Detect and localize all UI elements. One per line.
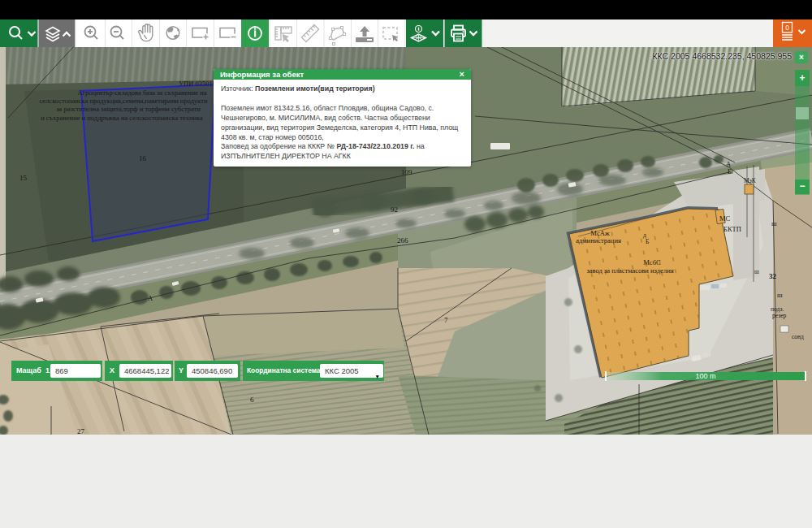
svg-text:за разстителна защита,торф и т: за разстителна защита,торф и торфени суб… [56, 105, 201, 113]
svg-text:администрация: администрация [576, 236, 621, 245]
svg-text:7: 7 [444, 316, 448, 324]
svg-text:резер: резер [772, 312, 786, 319]
svg-text:32: 32 [769, 272, 777, 280]
svg-text:селскостопанска продукция,семе: селскостопанска продукция,семена,пакетир… [39, 97, 208, 105]
svg-text:УПИ 035019: УПИ 035019 [179, 80, 216, 88]
svg-text:27: 27 [77, 427, 85, 435]
svg-text:МС: МС [719, 214, 731, 223]
svg-text:ш: ш [777, 291, 783, 299]
svg-text:92: 92 [391, 206, 398, 214]
svg-text:ш: ш [771, 219, 777, 227]
svg-text:А: А [148, 294, 153, 302]
svg-text:завод за пластмасови изделия: завод за пластмасови изделия [586, 266, 673, 275]
svg-text:Б: Б [646, 238, 649, 245]
svg-text:15: 15 [19, 174, 28, 182]
svg-text:БКТП: БКТП [723, 225, 741, 233]
svg-text:Агроцентър-складова база за съ: Агроцентър-складова база за съхранение н… [77, 89, 206, 97]
svg-text:МзК: МзК [744, 177, 757, 184]
svg-text:266: 266 [397, 236, 408, 245]
svg-text:0: 0 [785, 24, 789, 32]
svg-text:109: 109 [401, 168, 412, 176]
svg-text:6: 6 [250, 396, 254, 404]
svg-text:ш: ш [754, 268, 759, 275]
svg-text:100 m: 100 m [695, 372, 715, 380]
svg-text:16: 16 [139, 154, 147, 162]
svg-text:сонд: сонд [792, 333, 804, 340]
svg-text:МсбС: МсбС [643, 258, 661, 266]
svg-text:Б: Б [728, 167, 732, 175]
svg-text:и съхранение и поддръжка на се: и съхранение и поддръжка на селскостопан… [41, 114, 203, 122]
